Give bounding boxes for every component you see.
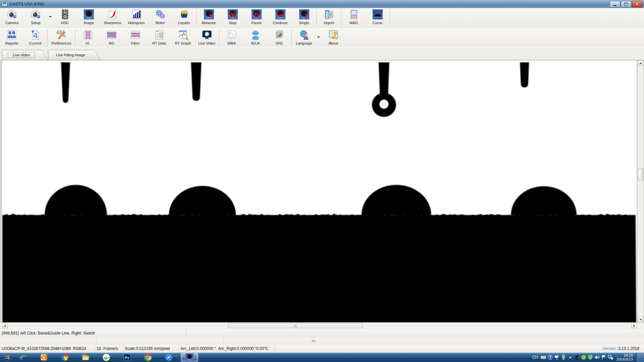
tab-live-fitting-image[interactable]: Live Fitting Image — [48, 50, 101, 60]
scroll-left-button[interactable] — [2, 323, 8, 328]
scroll-up-button[interactable] — [638, 60, 643, 66]
tray-shieldgreen-icon[interactable] — [587, 354, 594, 360]
toolbar-button-pause[interactable]: Pause — [245, 8, 268, 27]
show-desktop-button[interactable] — [636, 353, 644, 362]
horizontal-scrollbar[interactable] — [0, 322, 644, 328]
mag-icon — [348, 9, 359, 20]
toolbar-button-continue[interactable]: Continue — [268, 8, 292, 27]
video-region — [0, 60, 644, 322]
media-player-icon — [40, 353, 48, 361]
tray-help-icon[interactable]: ? — [547, 354, 553, 360]
start-button[interactable] — [1, 353, 13, 362]
toolbar-secondary: ReportsCurrentPreferencesVLBGFibreRT Dat… — [0, 28, 644, 48]
toolbar-button-single[interactable]: 1Single — [292, 8, 316, 27]
arrow-up-icon — [639, 61, 642, 64]
status-bar-hint: (949,691)left Click: Base&Guide Line, Ri… — [0, 328, 644, 338]
toolbar-separator — [316, 9, 317, 25]
tray-dish-icon[interactable] — [574, 354, 580, 360]
vertical-scrollbar[interactable] — [637, 60, 643, 322]
taskbar-app-file-explorer[interactable] — [77, 353, 94, 362]
tray-caretup-icon[interactable] — [567, 354, 574, 360]
toolbar-button-label: Live Video — [198, 41, 215, 45]
taskbar-app-media-player[interactable] — [35, 353, 53, 362]
toolbar-button-motor[interactable]: Motor — [148, 8, 172, 27]
liquids-icon — [179, 9, 190, 20]
toolbar-button-label: Image — [84, 21, 94, 25]
tab-label: Live Video — [2, 50, 41, 60]
app-icon — [2, 1, 8, 7]
tray-layout-icon[interactable] — [553, 354, 560, 360]
toolbar-button-import[interactable]: Import — [317, 8, 341, 27]
taskbar-app-cast3-app[interactable] — [181, 353, 198, 362]
toolbar-button-fibre[interactable]: Fibre — [123, 28, 147, 47]
toolbar-button-histogram[interactable]: Histogram — [124, 8, 148, 27]
toolbar-button-stop[interactable]: Stop — [221, 8, 245, 27]
toolbar-button-camera[interactable]: Camera — [0, 8, 24, 27]
toolbar-button-ieca[interactable]: IECA — [244, 28, 267, 47]
tray-speaker-icon[interactable] — [594, 354, 600, 360]
vertical-scroll-thumb[interactable] — [638, 168, 643, 180]
tray-network-icon[interactable] — [607, 354, 614, 360]
taskbar-app-internet-explorer[interactable]: e — [14, 353, 32, 362]
tray-shieldgold-icon[interactable] — [580, 354, 587, 360]
tab-live-video[interactable]: Live Video — [2, 50, 48, 60]
toolbar-button-current[interactable]: Current — [23, 28, 47, 47]
language-dropdown-arrow[interactable] — [316, 28, 321, 46]
chrome-icon — [144, 353, 152, 361]
toolbar-button-sharpness[interactable]: Sharpness — [101, 8, 124, 27]
sfe-icon — [274, 29, 285, 40]
toolbar-separator — [75, 30, 75, 46]
setup-dropdown-arrow[interactable] — [48, 8, 53, 25]
toolbar-button-label: About — [328, 41, 338, 45]
tray-flag-icon[interactable] — [600, 354, 607, 360]
close-button[interactable]: ✕ — [632, 1, 642, 7]
toolbar-button-vl[interactable]: VL — [76, 28, 100, 47]
toolbar-button-label: Motor — [155, 21, 165, 25]
toolbar-button-label: MAG — [350, 21, 358, 25]
window-controls: ✕ — [610, 1, 642, 7]
clock-time: 14:15 — [616, 353, 633, 357]
toolbar-button-measure[interactable]: Measure — [197, 8, 221, 27]
toolbar-button-label: Histogram — [128, 21, 145, 25]
minimize-icon — [613, 5, 616, 6]
tray-usb-icon[interactable] — [560, 354, 567, 360]
single-icon: 1 — [299, 9, 310, 20]
toolbar-main: CameraSetupHSCImageSharpnessHistogramMot… — [0, 8, 644, 29]
toolbar-button-wba[interactable]: WBA — [220, 28, 244, 47]
toolbar-button-preferences[interactable]: Preferences — [48, 28, 75, 47]
toolbar-button-setup[interactable]: Setup — [24, 8, 48, 27]
toolbar-button-language[interactable]: Language — [292, 28, 316, 47]
motor-icon — [155, 9, 166, 20]
title-bar: CAST3 USA KINO ✕ — [0, 0, 644, 8]
bg-icon — [106, 29, 117, 40]
minimize-button[interactable] — [610, 1, 620, 7]
toolbar-button-bg[interactable]: BG — [100, 28, 123, 47]
toolbar-button-curve[interactable]: Curve — [366, 8, 389, 27]
toolbar-button-reports[interactable]: Reports — [0, 28, 23, 47]
toolbar-button-image[interactable]: Image — [77, 8, 101, 27]
tray-keyboard-icon[interactable] — [540, 354, 547, 360]
toolbar-button-rt-graph[interactable]: RT Graph — [171, 28, 195, 47]
toolbar-button-sfe[interactable]: SFE — [267, 28, 291, 47]
scroll-down-button[interactable] — [638, 317, 643, 322]
taskbar-app-green-e-browser[interactable]: e — [98, 353, 115, 362]
taskbar-app-pinwheel-browser[interactable] — [56, 353, 73, 362]
live-video-canvas[interactable] — [2, 60, 637, 322]
toolbar-button-mag[interactable]: MAG — [342, 8, 366, 27]
toolbar-button-about[interactable]: About — [321, 28, 345, 47]
toolbar-button-rt-data[interactable]: RT Data — [147, 28, 171, 47]
toolbar-button-label: Single — [299, 21, 309, 25]
toolbar-button-live-video[interactable]: Live Video — [195, 28, 219, 47]
toolbar-button-hsc[interactable]: HSC — [53, 8, 77, 27]
language-indicator[interactable]: CH — [532, 355, 538, 360]
toolbar-button-label: RT Graph — [175, 41, 191, 45]
taskbar-app-chrome[interactable] — [139, 353, 157, 362]
maximize-button[interactable] — [621, 1, 631, 7]
toolbar-button-liquids[interactable]: Liquids — [172, 8, 196, 27]
scroll-grip — [294, 324, 297, 327]
scroll-right-button[interactable] — [631, 323, 637, 328]
toolbar-button-label: RT Data — [152, 41, 166, 45]
taskbar-app-photoshop[interactable]: Ps — [118, 353, 136, 362]
taskbar-clock[interactable]: 14:152016/3/19 — [616, 353, 633, 361]
taskbar-app-compass-browser[interactable] — [160, 353, 177, 362]
